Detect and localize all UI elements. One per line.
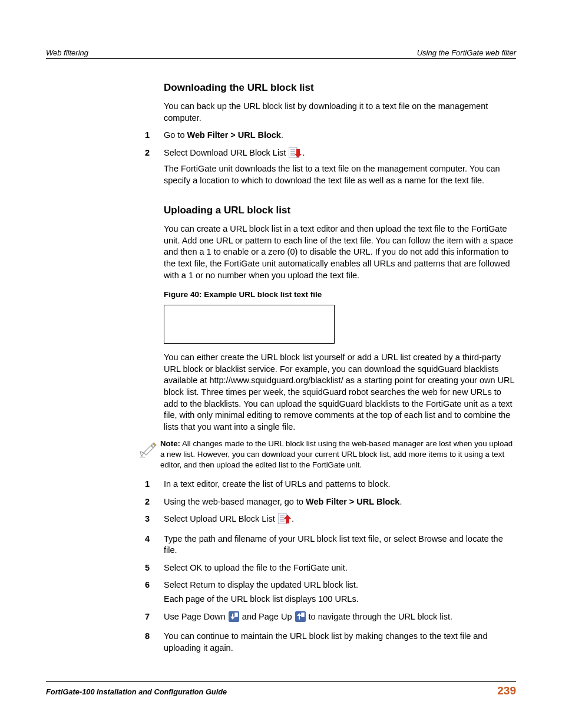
step-number: 7: [138, 611, 164, 628]
text: to navigate through the URL block list.: [306, 612, 453, 621]
step-number: 8: [138, 631, 164, 656]
step-body: Select Return to display the updated URL…: [164, 579, 516, 607]
paragraph: You can create a URL block list in a tex…: [164, 223, 516, 281]
page-down-icon: [229, 611, 239, 625]
step-body: In a text editor, create the list of URL…: [164, 479, 516, 493]
text: .: [292, 514, 294, 523]
note-pencil-icon: [138, 439, 160, 460]
header-left: Web filtering: [46, 48, 88, 57]
step-row: 8 You can continue to maintain the URL b…: [164, 631, 516, 656]
section-heading-uploading: Uploading a URL block list: [164, 204, 516, 218]
step-row: 3 Select Upload URL Block List .: [164, 513, 516, 530]
page-number: 239: [497, 684, 516, 697]
upload-list-icon: [278, 513, 291, 528]
menu-path: Web Filter > URL Block: [306, 497, 399, 506]
step-row: 2 Using the web-based manager, go to Web…: [164, 496, 516, 510]
text: .: [399, 497, 402, 506]
step-body: Go to Web Filter > URL Block.: [164, 130, 516, 144]
running-header: Web filtering Using the FortiGate web fi…: [46, 48, 516, 59]
step-number: 2: [138, 496, 164, 510]
step-row: 5 Select OK to upload the file to the Fo…: [164, 562, 516, 577]
svg-rect-13: [234, 612, 238, 617]
text: Type the path and filename of your URL b…: [164, 533, 516, 556]
section-heading-downloading: Downloading the URL block list: [164, 81, 516, 95]
step-row: 2 Select Download URL Block List . The F…: [164, 147, 516, 189]
text: Select Download URL Block List: [164, 148, 288, 157]
step-body: Using the web-based manager, go to Web F…: [164, 496, 516, 510]
step-number: 5: [138, 562, 164, 577]
text: In a text editor, create the list of URL…: [164, 479, 516, 490]
text: Use Page Down: [164, 612, 228, 621]
menu-path: Web Filter > URL Block: [187, 130, 281, 140]
step-row: 6 Select Return to display the updated U…: [164, 579, 516, 607]
step-row: 1 Go to Web Filter > URL Block.: [164, 130, 516, 144]
step-number: 6: [138, 579, 164, 607]
step-row: 4 Type the path and filename of your URL…: [164, 533, 516, 559]
text: .: [302, 148, 305, 157]
step-number: 4: [138, 533, 164, 559]
footer-title: FortiGate-100 Installation and Configura…: [46, 687, 227, 696]
step-body: Type the path and filename of your URL b…: [164, 533, 516, 559]
text: Select Return to display the updated URL…: [164, 579, 516, 591]
step-row: 7 Use Page Down and Page Up to navigate …: [164, 611, 516, 628]
step-body: Select Download URL Block List . The For…: [164, 147, 516, 189]
text: All changes made to the URL block list u…: [160, 439, 513, 469]
figure-caption: Figure 40: Example URL block list text f…: [164, 289, 516, 300]
text: Each page of the URL block list displays…: [164, 594, 516, 605]
text: .: [281, 130, 283, 140]
text: Select Upload URL Block List: [164, 514, 277, 523]
text: Using the web-based manager, go to: [164, 497, 306, 506]
step-number: 3: [138, 513, 164, 530]
svg-rect-16: [301, 612, 305, 617]
step-body: Use Page Down and Page Up to navigate th…: [164, 611, 516, 628]
step-body: Select OK to upload the file to the Fort…: [164, 562, 516, 577]
figure-placeholder: [164, 305, 335, 344]
step-number: 2: [138, 147, 164, 189]
page-footer: FortiGate-100 Installation and Configura…: [46, 681, 516, 697]
note-text: Note: All changes made to the URL block …: [160, 439, 516, 470]
step-body: Select Upload URL Block List .: [164, 513, 516, 530]
step-number: 1: [138, 479, 164, 493]
step-row: 1 In a text editor, create the list of U…: [164, 479, 516, 493]
paragraph: You can either create the URL block list…: [164, 352, 516, 433]
step-body: You can continue to maintain the URL blo…: [164, 631, 516, 656]
text: and Page Up: [240, 612, 295, 621]
text: Select OK to upload the file to the Fort…: [164, 562, 516, 574]
step-number: 1: [138, 130, 164, 144]
note-label: Note:: [160, 439, 180, 448]
svg-rect-0: [289, 147, 297, 158]
text: Go to: [164, 130, 187, 140]
page-up-icon: [295, 611, 306, 625]
paragraph: You can back up the URL block list by do…: [164, 101, 516, 124]
header-right: Using the FortiGate web filter: [417, 48, 516, 57]
note-block: Note: All changes made to the URL block …: [138, 439, 516, 470]
text: You can continue to maintain the URL blo…: [164, 631, 516, 654]
download-list-icon: [289, 147, 302, 162]
text: The FortiGate unit downloads the list to…: [164, 163, 516, 186]
